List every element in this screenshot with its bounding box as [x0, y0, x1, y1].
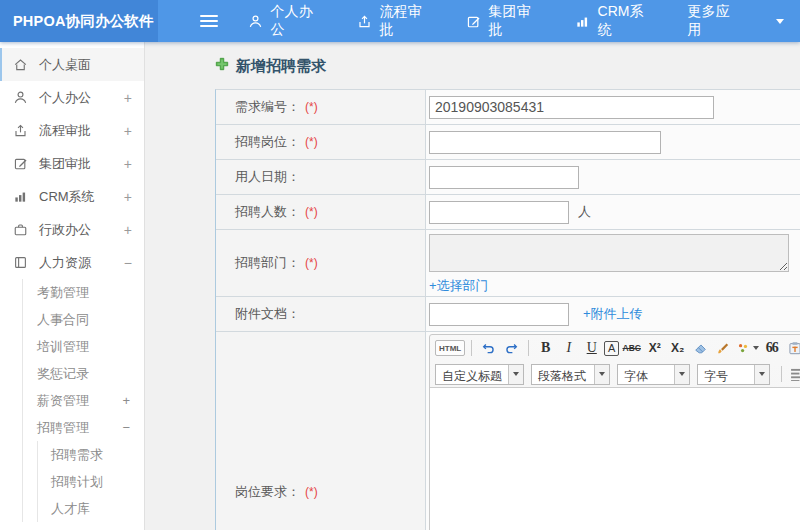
- heading-select[interactable]: 自定义标题: [435, 364, 524, 385]
- topnav-label: 流程审批: [380, 3, 434, 39]
- sidebar-item-personal-desktop[interactable]: 个人桌面: [0, 48, 144, 81]
- sidebar: 个人桌面 个人办公 + 流程审批 + 集团审批: [0, 42, 145, 530]
- bold-button[interactable]: B: [535, 338, 556, 358]
- sidebar-item-label: 人事合同: [37, 311, 89, 329]
- field-label: 招聘部门： (*): [216, 230, 426, 296]
- menu-toggle-icon[interactable]: [200, 15, 218, 27]
- field-label-text: 招聘部门：: [235, 254, 300, 272]
- collapse-toggle[interactable]: −: [122, 420, 130, 435]
- sidebar-item-crm-system[interactable]: CRM系统 +: [0, 180, 144, 213]
- field-label: 附件文档：: [216, 297, 426, 331]
- subscript-button[interactable]: X₂: [667, 338, 688, 358]
- more-apps-dropdown-toggle[interactable]: [758, 0, 800, 42]
- sidebar-item-label: CRM系统: [39, 188, 95, 206]
- briefcase-icon: [13, 222, 30, 237]
- topnav-label: CRM系统: [598, 3, 656, 39]
- topnav-crm-system[interactable]: CRM系统: [559, 0, 672, 42]
- book-icon: [13, 255, 30, 270]
- topnav-label: 更多应用: [687, 3, 742, 39]
- chevron-down-icon: [674, 365, 689, 384]
- field-label-text: 附件文档：: [235, 305, 300, 323]
- font-style-box-button[interactable]: A: [604, 341, 619, 356]
- eraser-button[interactable]: [690, 338, 711, 358]
- undo-button[interactable]: [478, 338, 499, 358]
- field-label: 岗位要求： (*): [216, 332, 426, 530]
- chevron-down-icon: [776, 19, 784, 24]
- sidebar-item-recruitment-request[interactable]: 招聘需求: [38, 441, 144, 468]
- employment-date-input[interactable]: [429, 166, 579, 189]
- sidebar-item-training-management[interactable]: 培训管理: [23, 333, 144, 360]
- sidebar-item-personal-office[interactable]: 个人办公 +: [0, 81, 144, 114]
- expand-toggle[interactable]: +: [124, 90, 132, 106]
- sidebar-item-label: 招聘管理: [37, 419, 89, 437]
- blockquote-button[interactable]: 66: [761, 338, 782, 358]
- sidebar-item-label: 培训管理: [37, 338, 89, 356]
- paste-button[interactable]: [784, 338, 800, 358]
- user-icon: [248, 14, 263, 29]
- sidebar-item-workflow-approval[interactable]: 流程审批 +: [0, 114, 144, 147]
- font-size-select[interactable]: 字号: [697, 364, 770, 385]
- collapse-toggle[interactable]: −: [124, 255, 132, 271]
- department-textarea[interactable]: [429, 234, 789, 272]
- topnav-group-approval[interactable]: 集团审批: [450, 0, 559, 42]
- required-marker: (*): [305, 100, 318, 114]
- field-label-text: 用人日期：: [235, 168, 300, 186]
- sidebar-item-label: 流程审批: [39, 122, 91, 140]
- font-size-select-value: 字号: [698, 365, 754, 384]
- sidebar-item-recruitment-plan[interactable]: 招聘计划: [38, 468, 144, 495]
- underline-button[interactable]: U: [581, 338, 602, 358]
- toolbar-separator: [781, 366, 782, 382]
- expand-toggle[interactable]: +: [124, 189, 132, 205]
- italic-button[interactable]: I: [558, 338, 579, 358]
- expand-toggle[interactable]: +: [122, 393, 130, 408]
- paragraph-format-select[interactable]: 段落格式: [531, 364, 610, 385]
- app-title: PHPOA协同办公软件: [13, 12, 154, 31]
- requirement-number-input[interactable]: [429, 96, 714, 119]
- headcount-input[interactable]: [429, 201, 569, 224]
- select-department-link[interactable]: +选择部门: [429, 277, 489, 295]
- topnav-more-apps[interactable]: 更多应用: [671, 0, 758, 42]
- sidebar-item-group-approval[interactable]: 集团审批 +: [0, 147, 144, 180]
- sidebar-item-attendance-management[interactable]: 考勤管理: [23, 279, 144, 306]
- chevron-down-icon: [594, 365, 609, 384]
- expand-toggle[interactable]: +: [124, 222, 132, 238]
- attachment-upload-link[interactable]: +附件上传: [583, 305, 643, 323]
- strikethrough-button[interactable]: ABC: [621, 338, 642, 358]
- field-label-text: 岗位要求：: [235, 483, 300, 501]
- sidebar-item-label: 招聘需求: [51, 446, 103, 464]
- color-palette-button[interactable]: [736, 338, 759, 358]
- field-label: 招聘人数： (*): [216, 195, 426, 229]
- sidebar-item-label: 人力资源: [39, 254, 91, 272]
- expand-toggle[interactable]: +: [124, 123, 132, 139]
- form-row-requirements: 岗位要求： (*) HTML: [216, 332, 800, 530]
- sidebar-item-label: 个人桌面: [39, 56, 91, 74]
- editor-content-area[interactable]: [430, 387, 800, 530]
- sidebar-item-reward-punishment-records[interactable]: 奖惩记录: [23, 360, 144, 387]
- topnav-label: 集团审批: [489, 3, 543, 39]
- sidebar-item-human-resources[interactable]: 人力资源 −: [0, 246, 144, 279]
- field-label: 招聘岗位： (*): [216, 125, 426, 159]
- required-marker: (*): [305, 205, 318, 219]
- align-left-button[interactable]: [788, 364, 800, 384]
- sidebar-item-recruitment-management[interactable]: 招聘管理 −: [23, 414, 144, 441]
- editor-toolbar-row-2: 自定义标题 段落格式 字体: [430, 361, 800, 387]
- sidebar-item-personnel-contract[interactable]: 人事合同: [23, 306, 144, 333]
- superscript-button[interactable]: X²: [644, 338, 665, 358]
- html-source-button[interactable]: HTML: [435, 340, 465, 356]
- toolbar-separator: [528, 340, 529, 356]
- sidebar-item-talent-pool[interactable]: 人才库: [38, 495, 144, 522]
- sidebar-item-salary-management[interactable]: 薪资管理 +: [23, 387, 144, 414]
- topnav-personal-office[interactable]: 个人办公: [232, 0, 341, 42]
- sidebar-item-label: 个人办公: [39, 89, 91, 107]
- format-brush-button[interactable]: [713, 338, 734, 358]
- redo-button[interactable]: [501, 338, 522, 358]
- position-input[interactable]: [429, 131, 661, 154]
- expand-toggle[interactable]: +: [124, 156, 132, 172]
- font-family-select[interactable]: 字体: [617, 364, 690, 385]
- field-label-text: 招聘岗位：: [235, 133, 300, 151]
- topnav-workflow-approval[interactable]: 流程审批: [341, 0, 450, 42]
- chevron-down-icon: [508, 365, 523, 384]
- editor-toolbar-row-1: HTML B I U: [430, 335, 800, 361]
- attachment-input[interactable]: [429, 303, 569, 326]
- sidebar-item-admin-office[interactable]: 行政办公 +: [0, 213, 144, 246]
